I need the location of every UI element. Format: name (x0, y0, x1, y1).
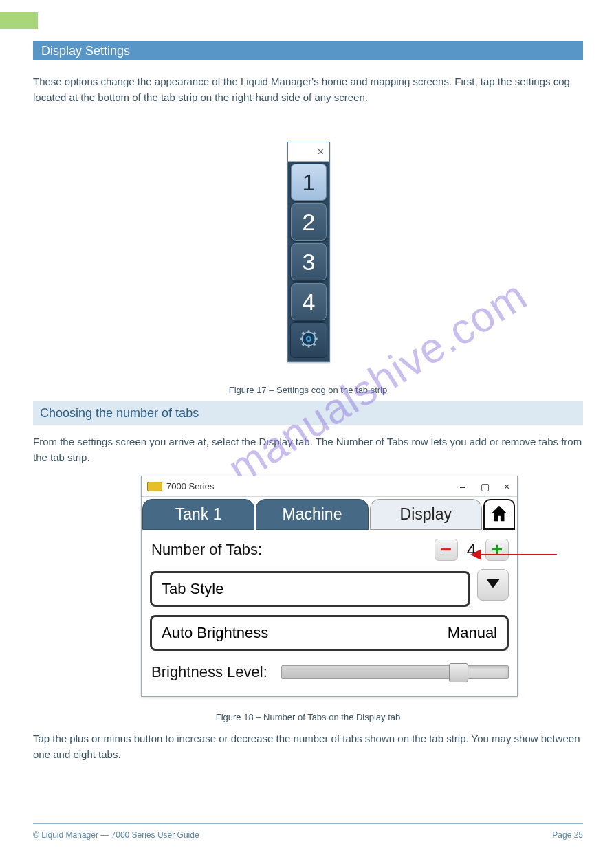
subsection-heading-text: Choosing the number of tabs (40, 406, 199, 421)
maximize-button[interactable]: ▢ (479, 481, 491, 492)
decrease-tabs-button[interactable]: − (435, 539, 458, 561)
tab-3-label: 3 (303, 249, 316, 276)
tab-3-button[interactable]: 3 (290, 243, 327, 281)
footer-left: © Liquid Manager — 7000 Series User Guid… (33, 830, 199, 840)
footer-right: Page 25 (552, 830, 583, 840)
tab-style-label: Tab Style (162, 580, 459, 598)
tab-display[interactable]: Display (370, 499, 482, 530)
tab-tank1-label: Tank 1 (175, 505, 222, 524)
paragraph-3: Tap the plus or minus button to increase… (33, 731, 583, 762)
svg-rect-4 (314, 338, 317, 340)
tabstrip-titlebar: × (288, 142, 329, 162)
tab-1-label: 1 (303, 169, 316, 196)
svg-rect-2 (308, 344, 310, 347)
tab-style-row[interactable]: Tab Style (150, 571, 470, 607)
tab-2-button[interactable]: 2 (290, 203, 327, 241)
minimize-button[interactable]: – (457, 481, 469, 492)
number-of-tabs-label: Number of Tabs: (150, 537, 435, 563)
close-button[interactable]: × (501, 481, 513, 492)
page-side-tab (0, 12, 38, 29)
tab-machine-label: Machine (283, 505, 342, 524)
subsection-heading: Choosing the number of tabs (33, 401, 583, 425)
arrow-line (479, 554, 557, 555)
callout-arrow (470, 550, 557, 559)
footer-divider (33, 823, 583, 824)
section-bar-title: Display Settings (33, 41, 583, 60)
page-footer: © Liquid Manager — 7000 Series User Guid… (33, 830, 583, 840)
tab-display-label: Display (400, 505, 452, 524)
tab-machine[interactable]: Machine (256, 499, 368, 530)
home-icon (489, 503, 509, 526)
number-of-tabs-row: Number of Tabs: − 4 + (150, 537, 509, 563)
app-window: 7000 Series – ▢ × Tank 1 Machine Display… (141, 476, 518, 697)
tab-4-button[interactable]: 4 (290, 282, 327, 321)
scroll-down-button[interactable] (477, 569, 509, 601)
app-tabs-row: Tank 1 Machine Display (142, 497, 517, 530)
auto-brightness-row[interactable]: Auto Brightness Manual (150, 615, 509, 651)
close-icon[interactable]: × (318, 146, 324, 158)
window-title: 7000 Series (166, 481, 214, 491)
minus-icon: − (441, 539, 452, 561)
tab-2-label: 2 (303, 209, 316, 236)
window-titlebar: 7000 Series – ▢ × (142, 476, 517, 497)
brightness-label: Brightness Level: (150, 660, 269, 684)
figure-18-caption: Figure 18 – Number of Tabs on the Displa… (33, 712, 583, 722)
brightness-slider-fill (282, 666, 459, 678)
home-button[interactable] (483, 499, 515, 530)
intro-paragraph: These options change the appearance of t… (33, 74, 583, 105)
svg-rect-3 (300, 338, 303, 340)
brightness-slider[interactable] (281, 665, 509, 679)
auto-brightness-value: Manual (448, 624, 497, 642)
chevron-down-icon (484, 575, 502, 595)
settings-cog-button[interactable] (290, 322, 327, 358)
tab-tank1[interactable]: Tank 1 (142, 499, 254, 530)
gear-icon (299, 329, 318, 351)
figure-17-caption: Figure 17 – Settings cog on the tab stri… (33, 385, 583, 395)
paragraph-2: From the settings screen you arrive at, … (33, 434, 583, 465)
auto-brightness-label: Auto Brightness (162, 624, 448, 642)
svg-point-10 (307, 337, 310, 340)
section-bar: Display Settings (33, 41, 583, 60)
brightness-row: Brightness Level: (150, 660, 509, 684)
svg-rect-1 (308, 330, 310, 333)
app-logo-icon (147, 482, 162, 491)
tabstrip-figure: × 1 2 3 4 (287, 142, 330, 362)
tab-4-label: 4 (303, 289, 316, 315)
brightness-slider-handle[interactable] (449, 663, 468, 682)
tab-1-button[interactable]: 1 (290, 163, 327, 201)
